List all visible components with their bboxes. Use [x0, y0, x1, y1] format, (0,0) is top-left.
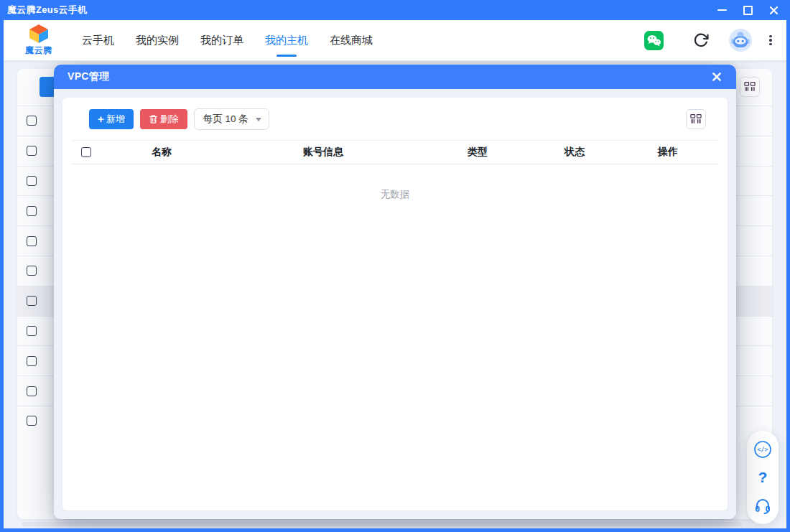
tab-online-store[interactable]: 在线商城: [330, 34, 373, 47]
column-settings-button[interactable]: [740, 77, 760, 97]
vpc-panel: + 新增 删除 每页 10 条: [62, 98, 728, 510]
helper-float-panel: </> ?: [747, 431, 779, 524]
close-icon: [769, 6, 779, 15]
nav-tabs: 云手机 我的实例 我的订单 我的主机 在线商城: [82, 34, 373, 47]
dev-code-button[interactable]: </>: [753, 439, 773, 459]
help-button[interactable]: ?: [753, 467, 773, 487]
dots-icon: [769, 35, 771, 37]
vpc-toolbar: + 新增 删除 每页 10 条: [62, 98, 728, 140]
row-checkbox[interactable]: [27, 416, 37, 426]
row-checkbox[interactable]: [27, 116, 37, 126]
more-menu-button[interactable]: [764, 32, 777, 49]
empty-state-text: 无数据: [62, 188, 728, 201]
close-icon: [712, 72, 722, 82]
minimize-icon: [717, 9, 727, 11]
column-header-type: 类型: [424, 146, 531, 159]
row-checkbox[interactable]: [27, 386, 37, 396]
vpc-management-modal: VPC管理 + 新增 删除: [54, 65, 736, 519]
headset-icon: [754, 497, 771, 515]
column-header-status: 状态: [531, 146, 618, 159]
row-checkbox[interactable]: [27, 206, 37, 216]
horizontal-scrollbar[interactable]: [22, 522, 742, 526]
add-button[interactable]: + 新增: [89, 109, 134, 129]
delete-button[interactable]: 删除: [140, 109, 187, 129]
minimize-button[interactable]: [717, 5, 727, 15]
user-avatar[interactable]: [728, 28, 753, 52]
tab-my-hosts[interactable]: 我的主机: [265, 34, 308, 47]
window-title: 魔云腾Zeus云手机: [0, 4, 87, 17]
row-checkbox[interactable]: [27, 176, 37, 186]
modal-close-button[interactable]: [709, 69, 725, 85]
column-settings-icon: [689, 112, 703, 126]
tab-my-instances[interactable]: 我的实例: [136, 34, 179, 47]
app-logo: 魔云腾: [22, 24, 56, 57]
maximize-icon: [743, 6, 753, 15]
column-settings-icon: [743, 80, 757, 94]
active-tab-underline: [276, 55, 297, 57]
navbar: 魔云腾 云手机 我的实例 我的订单 我的主机 在线商城: [0, 20, 790, 61]
close-window-button[interactable]: [768, 5, 779, 15]
titlebar: 魔云腾Zeus云手机: [0, 0, 790, 20]
column-header-account-info: 账号信息: [223, 146, 424, 159]
tab-my-orders[interactable]: 我的订单: [200, 34, 243, 47]
wechat-icon: [644, 31, 664, 50]
plus-icon: +: [98, 113, 104, 124]
customer-service-button[interactable]: [753, 496, 773, 516]
select-all-checkbox[interactable]: [81, 147, 91, 157]
code-icon: </>: [753, 440, 772, 459]
svg-text:</>: </>: [757, 446, 768, 453]
modal-body: + 新增 删除 每页 10 条: [54, 89, 736, 519]
window-controls: [717, 5, 790, 15]
page-size-select[interactable]: 每页 10 条: [194, 108, 269, 130]
caret-down-icon: [256, 118, 261, 121]
row-checkbox[interactable]: [27, 266, 37, 276]
maximize-button[interactable]: [743, 5, 753, 15]
refresh-icon: [692, 32, 710, 49]
row-checkbox[interactable]: [27, 236, 37, 246]
modal-title: VPC管理: [68, 70, 109, 83]
row-checkbox[interactable]: [27, 146, 37, 156]
column-header-name: 名称: [101, 146, 223, 159]
trash-icon: [149, 114, 158, 124]
robot-avatar-icon: [728, 28, 753, 52]
row-checkbox[interactable]: [27, 356, 37, 366]
modal-header: VPC管理: [54, 65, 736, 89]
cube-logo-icon: [28, 24, 50, 44]
refresh-button[interactable]: [692, 32, 710, 49]
question-icon: ?: [758, 469, 768, 486]
logo-label: 魔云腾: [25, 45, 52, 57]
tab-cloud-phone[interactable]: 云手机: [82, 34, 114, 47]
row-checkbox[interactable]: [27, 296, 37, 306]
navbar-actions: [644, 28, 777, 52]
column-settings-button[interactable]: [686, 109, 706, 129]
vpc-table-header: 名称 账号信息 类型 状态 操作: [72, 140, 718, 164]
row-checkbox[interactable]: [27, 326, 37, 336]
column-header-actions: 操作: [618, 146, 718, 159]
wechat-button[interactable]: [644, 31, 664, 50]
